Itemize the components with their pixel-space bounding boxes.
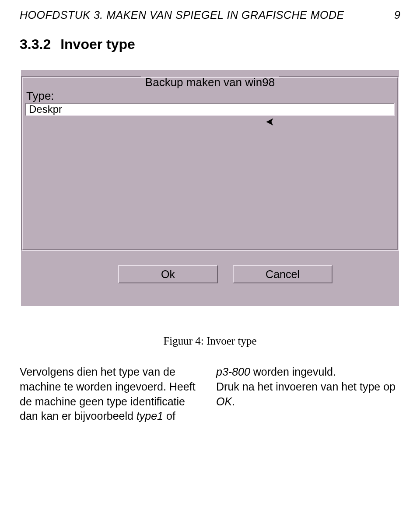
section-title: Invoer type bbox=[60, 36, 135, 52]
body-text: worden ingevuld. bbox=[250, 366, 336, 378]
page-header: HOOFDSTUK 3. MAKEN VAN SPIEGEL IN GRAFIS… bbox=[20, 9, 400, 21]
page-number: 9 bbox=[394, 9, 400, 21]
dialog-title: Backup maken van win98 bbox=[141, 76, 279, 88]
body-text: dan kan er bijvoorbeeld bbox=[20, 410, 136, 422]
section-heading: 3.3.2Invoer type bbox=[20, 36, 400, 52]
body-text-italic: p3-800 bbox=[216, 366, 250, 378]
section-number: 3.3.2 bbox=[20, 36, 51, 52]
figure-caption: Figuur 4: Invoer type bbox=[20, 335, 400, 347]
document-page: HOOFDSTUK 3. MAKEN VAN SPIEGEL IN GRAFIS… bbox=[0, 0, 420, 441]
body-text: machine te worden ingevoerd. Heeft bbox=[20, 380, 196, 393]
body-text: Vervolgens dien het type van de bbox=[20, 366, 175, 378]
dialog-groupbox: Backup maken van win98 Type: ➤ bbox=[21, 76, 399, 251]
cancel-button[interactable]: Cancel bbox=[233, 265, 332, 283]
ok-button[interactable]: Ok bbox=[118, 265, 218, 283]
body-text: de machine geen type identificatie bbox=[20, 395, 185, 408]
body-text-italic: OK bbox=[216, 395, 232, 408]
body-text: . bbox=[232, 395, 235, 408]
body-text: of bbox=[163, 410, 175, 422]
body-right-column: p3-800 worden ingevuld. Druk na het invo… bbox=[216, 365, 400, 424]
body-columns: Vervolgens dien het type van de machine … bbox=[20, 365, 400, 424]
type-label: Type: bbox=[26, 89, 54, 103]
type-input[interactable] bbox=[25, 103, 395, 116]
cursor-icon: ➤ bbox=[266, 115, 274, 129]
body-text: Druk na het invoeren van het type op bbox=[216, 380, 396, 393]
chapter-title: HOOFDSTUK 3. MAKEN VAN SPIEGEL IN GRAFIS… bbox=[20, 9, 344, 21]
body-left-column: Vervolgens dien het type van de machine … bbox=[20, 365, 204, 424]
body-text-italic: type1 bbox=[136, 410, 163, 422]
backup-dialog: Backup maken van win98 Type: ➤ Ok Cancel bbox=[21, 70, 399, 306]
